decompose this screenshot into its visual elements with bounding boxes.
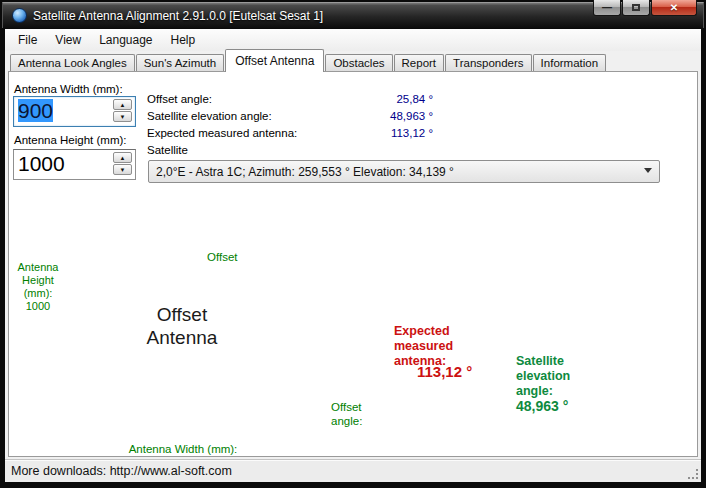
close-button[interactable]: ✕ <box>651 0 697 16</box>
tab-antenna-look-angles[interactable]: Antenna Look Angles <box>10 54 135 72</box>
width-spin-up-button[interactable]: ▲ <box>113 99 132 110</box>
tab-offset-antenna[interactable]: Offset Antenna <box>225 49 324 72</box>
elevation-diagram-value: 48,963 ° <box>516 399 568 414</box>
chevron-down-icon <box>644 168 652 173</box>
width-spin-down-button[interactable]: ▼ <box>113 111 132 122</box>
elevation-diagram-label: Satellite elevation angle: <box>516 354 570 399</box>
width-spinner: ▲ ▼ <box>113 99 132 122</box>
app-window: Satellite Antenna Alignment 2.91.0.0 [Eu… <box>0 0 706 488</box>
antenna-width-value[interactable]: 900 <box>18 99 53 122</box>
window-controls: — ✕ <box>593 0 698 16</box>
status-text: More downloads: http://www.al-soft.com <box>11 464 232 478</box>
diagram-offset-angle-label: Offset angle: <box>331 400 362 428</box>
tab-strip: Antenna Look Angles Sun's Azimuth Offset… <box>5 51 701 72</box>
tab-report[interactable]: Report <box>394 54 445 72</box>
status-bar: More downloads: http://www.al-soft.com <box>5 459 701 482</box>
maximize-icon <box>632 4 640 11</box>
satellite-dropdown-value: 2,0°E - Astra 1C; Azimuth: 259,553 ° Ele… <box>149 165 454 179</box>
antenna-width-label: Antenna Width (mm): <box>14 83 123 95</box>
maximize-button[interactable] <box>622 0 650 16</box>
tab-obstacles[interactable]: Obstacles <box>325 54 392 72</box>
diagram-width-label: Antenna Width (mm): <box>118 443 248 455</box>
resize-grip[interactable] <box>687 468 699 480</box>
menu-help[interactable]: Help <box>162 30 205 50</box>
globe-app-icon <box>12 8 27 23</box>
menu-language[interactable]: Language <box>90 30 161 50</box>
satellite-dropdown[interactable]: 2,0°E - Astra 1C; Azimuth: 259,553 ° Ele… <box>148 160 660 183</box>
menu-view[interactable]: View <box>46 30 90 50</box>
antenna-height-label: Antenna Height (mm): <box>14 134 127 146</box>
offset-angle-row-value: 25,84 ° <box>147 93 433 105</box>
antenna-height-value[interactable]: 1000 <box>18 152 65 176</box>
diagram-offset-label: Offset <box>207 251 237 263</box>
expected-measured-diagram-value: 113,12 ° <box>417 364 472 379</box>
satellite-label: Satellite <box>147 144 188 156</box>
antenna-width-input[interactable]: 900 ▲ ▼ <box>13 96 136 127</box>
menu-file[interactable]: File <box>9 30 46 50</box>
tab-information[interactable]: Information <box>533 54 607 72</box>
height-spin-up-button[interactable]: ▲ <box>113 152 132 163</box>
diagram-height-label: Antenna Height (mm): 1000 <box>10 261 66 313</box>
height-spinner: ▲ ▼ <box>113 152 132 175</box>
tab-suns-azimuth[interactable]: Sun's Azimuth <box>136 54 225 72</box>
menu-bar: File View Language Help <box>5 29 701 51</box>
expected-measured-row-value: 113,12 ° <box>147 127 433 139</box>
window-title: Satellite Antenna Alignment 2.91.0.0 [Eu… <box>33 9 323 23</box>
tab-transponders[interactable]: Transponders <box>445 54 532 72</box>
minimize-button[interactable]: — <box>593 0 621 16</box>
satellite-elevation-row-value: 48,963 ° <box>147 110 433 122</box>
dish-front-label: Offset Antenna <box>127 303 237 349</box>
height-spin-down-button[interactable]: ▼ <box>113 164 132 175</box>
antenna-height-input[interactable]: 1000 ▲ ▼ <box>13 149 136 180</box>
